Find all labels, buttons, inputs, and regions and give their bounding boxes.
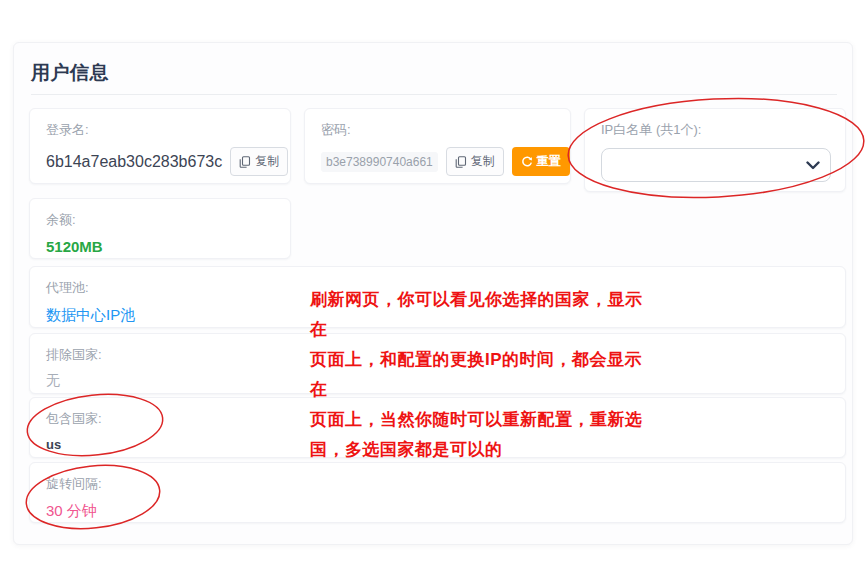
balance-box: 余额: 5120MB <box>29 198 291 259</box>
rotation-interval-row: 旋转间隔: 30 分钟 <box>29 462 846 523</box>
ip-whitelist-select[interactable] <box>601 148 831 182</box>
balance-value: 5120MB <box>46 238 274 255</box>
ip-whitelist-label: IP白名单 (共1个): <box>601 121 829 139</box>
annotation-text: 刷新网页，你可以看见你选择的国家，显示在 页面上，和配置的更换IP的时间，都会显… <box>310 285 655 465</box>
rotation-interval-value: 30 分钟 <box>46 502 829 521</box>
login-box: 登录名: 6b14a7eab30c283b673c 复制 <box>29 108 291 184</box>
refresh-icon <box>521 156 533 168</box>
copy-icon <box>455 156 467 168</box>
reset-password-button[interactable]: 重置 <box>512 147 570 176</box>
title-divider <box>31 94 837 95</box>
copy-login-label: 复制 <box>255 153 279 170</box>
chevron-down-icon <box>806 160 820 170</box>
copy-password-button[interactable]: 复制 <box>446 147 504 176</box>
copy-password-label: 复制 <box>471 153 495 170</box>
page-title: 用户信息 <box>31 60 109 86</box>
annotation-line: 页面上，和配置的更换IP的时间，都会显示在 <box>310 345 655 405</box>
copy-icon <box>239 156 251 168</box>
copy-login-button[interactable]: 复制 <box>230 147 288 176</box>
password-value: b3e738990740a661 <box>321 152 438 172</box>
rotation-interval-label: 旋转间隔: <box>46 475 829 493</box>
annotation-line: 页面上，当然你随时可以重新配置，重新选 <box>310 405 655 435</box>
reset-password-label: 重置 <box>537 153 561 170</box>
password-box: 密码: b3e738990740a661 复制 重置 <box>304 108 571 184</box>
annotation-line: 刷新网页，你可以看见你选择的国家，显示在 <box>310 285 655 345</box>
ip-whitelist-box: IP白名单 (共1个): <box>584 108 846 192</box>
login-value: 6b14a7eab30c283b673c <box>46 153 222 171</box>
balance-label: 余额: <box>46 211 274 229</box>
password-label: 密码: <box>321 121 554 139</box>
login-label: 登录名: <box>46 121 274 139</box>
annotation-line: 国，多选国家都是可以的 <box>310 435 655 465</box>
screen: 用户信息 登录名: 6b14a7eab30c283b673c 复制 密码: b3… <box>0 0 867 564</box>
